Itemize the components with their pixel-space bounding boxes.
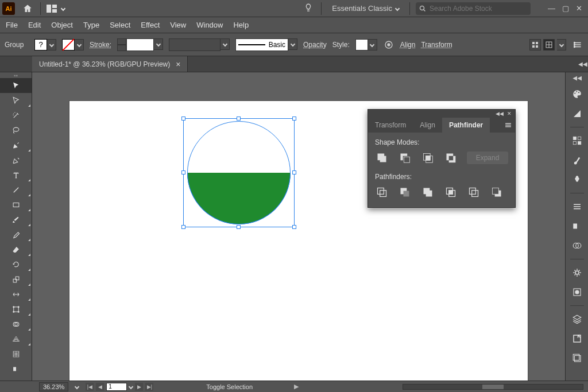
swatches-panel-icon[interactable] — [570, 133, 585, 148]
divide-button[interactable] — [375, 185, 389, 199]
menu-object[interactable]: Object — [51, 21, 73, 29]
discover-icon[interactable] — [304, 3, 315, 14]
horizontal-scrollbar[interactable] — [403, 384, 583, 390]
menu-file[interactable]: File — [6, 21, 18, 29]
direct-selection-tool[interactable] — [0, 93, 32, 108]
menu-select[interactable]: Select — [110, 21, 130, 29]
brush-dropdown[interactable] — [288, 38, 297, 50]
expand-button[interactable]: Expand — [467, 152, 508, 164]
fill-dropdown[interactable] — [47, 39, 56, 51]
graphic-style-dropdown[interactable] — [368, 39, 377, 51]
mesh-tool[interactable] — [0, 347, 32, 362]
first-artboard-button[interactable]: |◀ — [86, 383, 94, 391]
graphic-styles-panel-icon[interactable] — [570, 285, 585, 300]
align-panel-link[interactable]: Align — [400, 41, 416, 49]
panel-collapse-icon[interactable]: ◀◀ — [496, 111, 504, 117]
stroke-weight-field[interactable] — [126, 38, 154, 51]
curvature-tool[interactable] — [0, 153, 32, 168]
menu-type[interactable]: Type — [83, 21, 99, 29]
tools-grabber[interactable]: ▪▪ — [0, 72, 32, 78]
artboards-panel-icon[interactable] — [570, 351, 585, 366]
outline-button[interactable] — [467, 185, 481, 199]
eraser-tool[interactable] — [0, 242, 32, 257]
minus-front-button[interactable] — [398, 151, 412, 165]
rectangle-tool[interactable] — [0, 197, 32, 212]
next-artboard-button[interactable]: ▶ — [135, 383, 143, 391]
panel-close-icon[interactable]: ✕ — [507, 111, 512, 117]
resize-handle[interactable] — [181, 170, 185, 174]
menu-window[interactable]: Window — [196, 21, 223, 29]
intersect-button[interactable] — [421, 151, 435, 165]
fill-swatch[interactable]: ? — [34, 39, 47, 51]
panel-menu-icon[interactable] — [501, 118, 515, 133]
pen-tool[interactable] — [0, 138, 32, 153]
paintbrush-tool[interactable] — [0, 212, 32, 227]
line-segment-tool[interactable] — [0, 183, 32, 197]
window-maximize[interactable]: ▢ — [562, 4, 569, 13]
graphic-style-swatch[interactable] — [355, 39, 368, 51]
brush-definition[interactable]: Basic — [235, 38, 288, 51]
menu-view[interactable]: View — [170, 21, 186, 29]
color-panel-icon[interactable] — [570, 87, 585, 102]
artboard-number-field[interactable] — [106, 383, 127, 391]
pathfinder-panel[interactable]: ◀◀ ✕ Transform Align Pathfinder Shape Mo… — [368, 109, 516, 208]
prev-artboard-button[interactable]: ◀ — [96, 383, 104, 391]
zoom-dropdown[interactable] — [75, 384, 79, 389]
stroke-swatch[interactable] — [62, 39, 75, 51]
asset-export-panel-icon[interactable] — [570, 331, 585, 346]
resize-handle[interactable] — [292, 225, 296, 229]
edit-contents-button[interactable] — [543, 39, 555, 51]
resize-handle[interactable] — [237, 117, 241, 121]
transform-tab[interactable]: Transform — [368, 118, 413, 133]
selection-tool[interactable] — [0, 78, 32, 93]
minus-back-button[interactable] — [490, 185, 504, 199]
crop-button[interactable] — [444, 185, 458, 199]
color-guide-panel-icon[interactable] — [570, 106, 585, 121]
selection-bounding-box[interactable] — [183, 118, 295, 227]
artboard-dropdown[interactable] — [129, 384, 133, 389]
last-artboard-button[interactable]: ▶| — [145, 383, 153, 391]
layers-panel-icon[interactable] — [570, 312, 585, 327]
transform-panel-link[interactable]: Transform — [421, 41, 452, 49]
perspective-grid-tool[interactable] — [0, 332, 32, 347]
iso-dropdown[interactable] — [557, 39, 566, 51]
document-tab-close[interactable]: × — [176, 60, 180, 69]
resize-handle[interactable] — [292, 170, 296, 174]
exclude-button[interactable] — [444, 151, 458, 165]
align-tab[interactable]: Align — [413, 118, 442, 133]
home-button[interactable] — [21, 2, 34, 15]
lasso-tool[interactable] — [0, 123, 32, 138]
gradient-panel-icon[interactable] — [570, 219, 585, 234]
menu-help[interactable]: Help — [233, 21, 249, 29]
gradient-tool[interactable] — [0, 362, 32, 377]
merge-button[interactable] — [421, 185, 435, 199]
stroke-panel-icon[interactable] — [570, 199, 585, 214]
zoom-level[interactable]: 36.23% — [39, 382, 68, 391]
workspace-switcher[interactable]: Essentials Classic — [327, 3, 404, 14]
resize-handle[interactable] — [181, 225, 185, 229]
expand-dock[interactable]: ▶▶ — [572, 76, 582, 82]
transparency-panel-icon[interactable] — [570, 238, 585, 253]
opacity-panel-link[interactable]: Opacity — [303, 41, 327, 49]
rotate-tool[interactable] — [0, 257, 32, 272]
stroke-weight-spinner[interactable] — [117, 38, 126, 51]
menu-edit[interactable]: Edit — [28, 21, 41, 29]
brushes-panel-icon[interactable] — [570, 153, 585, 168]
width-tool[interactable] — [0, 287, 32, 302]
control-menu-icon[interactable] — [572, 39, 583, 51]
stock-search[interactable] — [416, 2, 531, 15]
type-tool[interactable] — [0, 168, 32, 183]
trim-button[interactable] — [398, 185, 412, 199]
variable-width-profile[interactable] — [169, 38, 220, 51]
document-tab[interactable]: Untitled-1* @ 36.23% (RGB/GPU Preview) × — [32, 56, 188, 72]
arrange-documents-button[interactable] — [47, 3, 69, 14]
pathfinder-tab[interactable]: Pathfinder — [442, 118, 490, 133]
free-transform-tool[interactable] — [0, 302, 32, 317]
window-minimize[interactable]: — — [548, 4, 555, 13]
stroke-panel-link[interactable]: Stroke: — [90, 41, 111, 49]
unite-button[interactable] — [375, 151, 389, 165]
scale-tool[interactable] — [0, 272, 32, 287]
vwp-dropdown[interactable] — [220, 38, 230, 50]
stroke-dropdown[interactable] — [75, 39, 84, 51]
resize-handle[interactable] — [237, 225, 241, 229]
